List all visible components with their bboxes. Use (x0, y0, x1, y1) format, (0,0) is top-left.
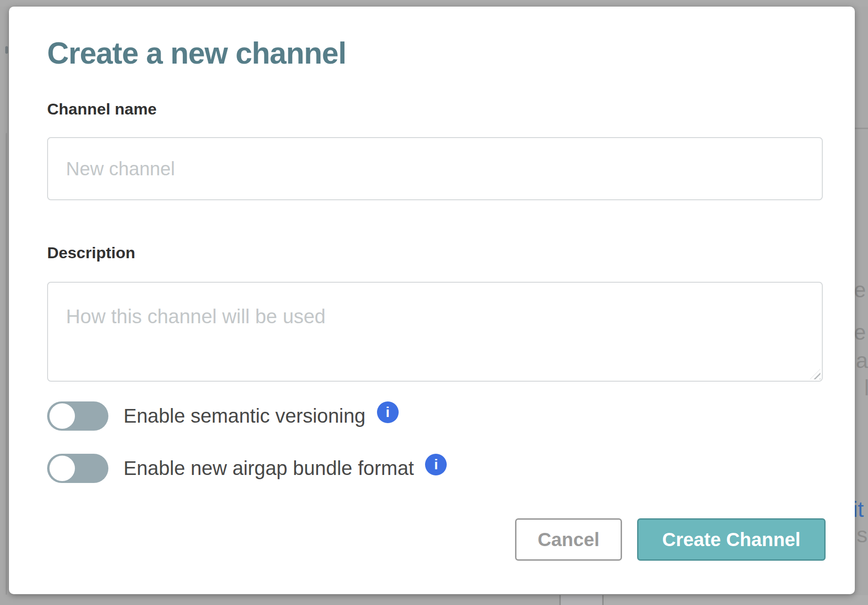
toggle-row-semantic-versioning: Enable semantic versioning i (47, 401, 823, 431)
create-channel-modal: Create a new channel Channel name Descri… (9, 7, 855, 594)
channel-name-label: Channel name (47, 100, 823, 118)
channel-name-input[interactable] (47, 137, 823, 200)
backdrop-text-fragment: s (857, 524, 868, 546)
airgap-bundle-label: Enable new airgap bundle format (123, 457, 414, 480)
backdrop-table-divider (602, 595, 604, 605)
backdrop-top-strip (0, 0, 868, 7)
toggle-knob (49, 456, 75, 481)
description-label: Description (47, 244, 823, 262)
backdrop-notch (5, 46, 8, 54)
toggle-knob (49, 403, 75, 429)
backdrop-table-row (604, 595, 868, 605)
create-channel-button[interactable]: Create Channel (637, 518, 826, 561)
toggle-row-airgap-bundle: Enable new airgap bundle format i (47, 454, 823, 483)
cancel-button[interactable]: Cancel (515, 518, 622, 561)
modal-title: Create a new channel (47, 36, 823, 71)
airgap-bundle-toggle[interactable] (47, 454, 108, 483)
backdrop-table-divider (559, 595, 561, 605)
semantic-versioning-toggle[interactable] (47, 401, 108, 431)
info-icon[interactable]: i (377, 401, 399, 423)
backdrop-header-divider (855, 128, 868, 129)
backdrop-text-fragment: l (864, 377, 868, 399)
semantic-versioning-label: Enable semantic versioning (123, 405, 366, 427)
backdrop-text-fragment: e (854, 279, 866, 301)
backdrop-card-edge (6, 133, 7, 595)
description-textarea[interactable] (47, 282, 823, 382)
info-icon[interactable]: i (425, 454, 447, 475)
backdrop-text-fragment: e (854, 321, 866, 343)
backdrop-table-cell (561, 595, 602, 605)
